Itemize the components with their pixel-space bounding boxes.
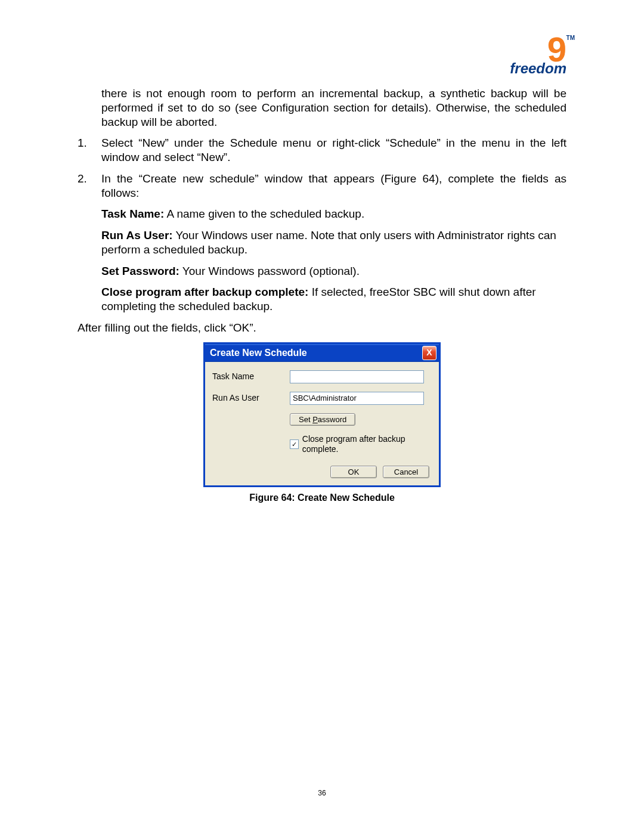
set-password-row: Set Password (290, 413, 432, 426)
dialog-action-row: OK Cancel (212, 466, 432, 478)
logo-nine-glyph: 9 (547, 30, 566, 69)
def-set-password: Set Password: Your Windows password (opt… (101, 264, 566, 278)
def-run-as-user-label: Run As User: (101, 229, 173, 241)
intro-paragraph: there is not enough room to perform an i… (101, 86, 566, 129)
brand-logo: 9 TM freedom (510, 36, 566, 77)
close-after-backup-label: Close program after backup complete. (302, 434, 432, 455)
figure-caption: Figure 64: Create New Schedule (203, 492, 441, 504)
step-2: 2. In the “Create new schedule” window t… (78, 172, 566, 200)
def-run-as-user: Run As User: Your Windows user name. Not… (101, 228, 566, 257)
def-set-password-label: Set Password: (101, 265, 179, 277)
task-name-row: Task Name (212, 370, 432, 383)
logo-nine: 9 TM (547, 36, 566, 63)
close-after-backup-row: ✓ Close program after backup complete. (290, 434, 432, 455)
step-1-number: 1. (78, 136, 101, 165)
def-close-program: Close program after backup complete: If … (101, 285, 566, 314)
create-schedule-dialog: Create New Schedule X Task Name Run As U… (203, 342, 441, 487)
run-as-user-label: Run As User (212, 393, 290, 404)
def-task-name-text: A name given to the scheduled backup. (164, 208, 364, 220)
close-button[interactable]: X (422, 346, 436, 360)
run-as-user-input[interactable] (290, 392, 424, 405)
def-close-program-label: Close program after backup complete: (101, 286, 308, 298)
dialog-title: Create New Schedule (210, 347, 307, 359)
run-as-user-row: Run As User (212, 392, 432, 405)
close-after-backup-checkbox[interactable]: ✓ (290, 439, 299, 449)
logo-tm: TM (566, 36, 575, 41)
set-password-button[interactable]: Set Password (290, 413, 355, 426)
step-2-number: 2. (78, 172, 101, 200)
ok-button[interactable]: OK (330, 466, 377, 478)
step-2-text: In the “Create new schedule” window that… (101, 172, 566, 200)
cancel-button[interactable]: Cancel (383, 466, 429, 478)
def-task-name: Task Name: A name given to the scheduled… (101, 207, 566, 221)
def-task-name-label: Task Name: (101, 208, 164, 220)
after-paragraph: After filling out the fields, click “OK”… (78, 321, 566, 335)
task-name-input[interactable] (290, 370, 424, 383)
check-icon: ✓ (292, 441, 297, 448)
dialog-body: Task Name Run As User Set Password ✓ Clo… (205, 362, 439, 485)
step-1: 1. Select “New” under the Schedule menu … (78, 136, 566, 165)
close-icon: X (426, 348, 432, 357)
dialog-titlebar: Create New Schedule X (205, 344, 439, 362)
page-number: 36 (0, 789, 644, 797)
def-set-password-text: Your Windows password (optional). (179, 265, 360, 277)
task-name-label: Task Name (212, 371, 290, 382)
step-1-text: Select “New” under the Schedule menu or … (101, 136, 566, 165)
dialog-figure: Create New Schedule X Task Name Run As U… (203, 342, 441, 504)
